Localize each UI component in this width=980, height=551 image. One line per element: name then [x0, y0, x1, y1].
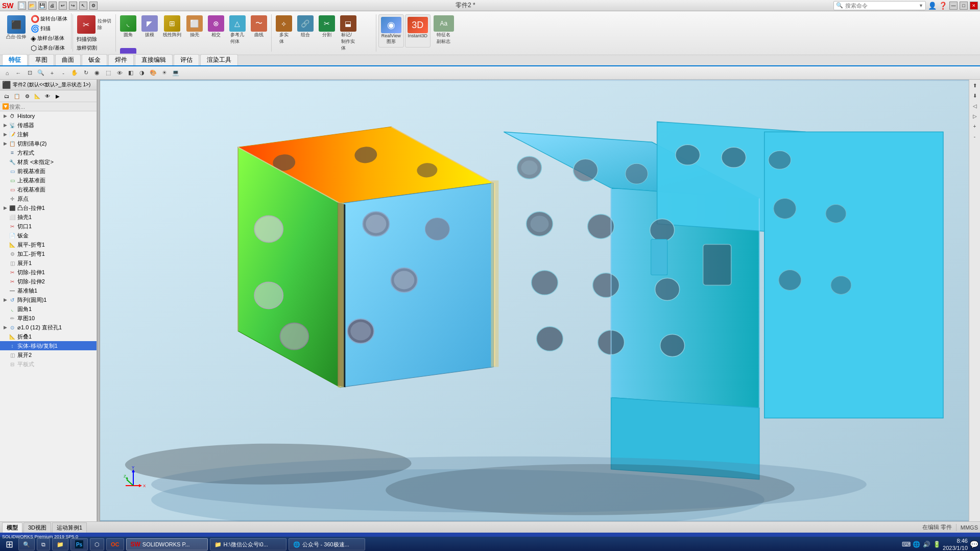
- property-manager-btn[interactable]: 📋: [12, 91, 21, 101]
- expand-history[interactable]: ▶: [2, 113, 8, 119]
- scene-btn[interactable]: ☀: [159, 68, 170, 78]
- dim-xpert-btn[interactable]: 📐: [33, 91, 42, 101]
- tab-motion1[interactable]: 运动算例1: [52, 522, 87, 533]
- tab-sketch[interactable]: 草图: [29, 54, 54, 65]
- search-box[interactable]: 🔍 ▼: [833, 1, 926, 10]
- tree-item-shell1[interactable]: ▶ ⬜ 抽壳1: [0, 212, 97, 222]
- search-dropdown-icon[interactable]: ▼: [919, 3, 923, 8]
- indent-btn[interactable]: ⬓ 标记/制作实体: [338, 14, 358, 53]
- rp-btn4[interactable]: ▷: [970, 111, 979, 121]
- tree-item-history[interactable]: ▶ ⏱ History: [0, 111, 97, 121]
- tree-item-fillet1[interactable]: ▶ ◟ 圆角1: [0, 304, 97, 314]
- viewport[interactable]: Y X Z: [100, 80, 969, 521]
- tab-surface[interactable]: 曲面: [55, 54, 81, 65]
- prev-view-btn[interactable]: ←: [13, 68, 23, 78]
- tree-item-front[interactable]: ▶ ▭ 前视基准面: [0, 166, 97, 176]
- taskbar-app-photoshop[interactable]: Ps: [70, 538, 88, 550]
- intersect-btn[interactable]: ⊗ 相交: [206, 14, 226, 46]
- taskbar-app-cortana[interactable]: 🔍: [18, 538, 35, 550]
- 3d-select-btn[interactable]: ◉: [92, 68, 102, 78]
- display-settings-btn[interactable]: 💻: [171, 68, 181, 78]
- display-style-btn[interactable]: ⬚: [103, 68, 113, 78]
- pan-btn[interactable]: ✋: [69, 68, 80, 78]
- tree-item-top[interactable]: ▶ ▭ 上视基准面: [0, 176, 97, 185]
- ref-geom-btn[interactable]: △ 参考几何体: [227, 14, 248, 46]
- close-btn[interactable]: ✕: [970, 2, 978, 10]
- tree-item-process1[interactable]: ▶ ⚙ 加工-折弯1: [0, 249, 97, 258]
- loft-cut-btn[interactable]: 放样切割: [75, 44, 113, 52]
- expand-holearray[interactable]: ▶: [2, 324, 8, 330]
- sweep-btn[interactable]: 🌀扫描: [29, 24, 69, 33]
- tab-render[interactable]: 渲染工具: [200, 54, 238, 65]
- tree-item-annotations[interactable]: ▶ 📝 注解: [0, 130, 97, 139]
- tree-item-axis1[interactable]: ▶ — 基准轴1: [0, 286, 97, 295]
- rotate-btn[interactable]: ↻: [81, 68, 91, 78]
- loft-btn[interactable]: ◈放样台/基体: [29, 34, 69, 43]
- rp-btn6[interactable]: -: [970, 132, 979, 141]
- open-btn[interactable]: 📂: [28, 2, 36, 10]
- boundary-btn[interactable]: ⬡边界台/基体: [29, 43, 69, 53]
- instant3d-btn[interactable]: 3D Instant3D: [405, 14, 431, 47]
- expand-boss1[interactable]: ▶: [2, 205, 8, 211]
- tree-item-sketch10[interactable]: ▶ ✏ 草图10: [0, 314, 97, 323]
- boundary-cut-btn[interactable]: 边界切割: [75, 53, 113, 54]
- tab-evaluate[interactable]: 评估: [174, 54, 199, 65]
- redo-btn[interactable]: ↪: [69, 2, 77, 10]
- tree-item-right[interactable]: ▶ ▭ 右视基准面: [0, 185, 97, 194]
- deform-btn[interactable]: ⟡ 多实体: [274, 14, 294, 53]
- options-btn[interactable]: ⚙: [89, 2, 98, 10]
- wrap-btn[interactable]: ⊙ 包覆: [118, 47, 138, 54]
- dynamic-annot-btn[interactable]: ◑: [137, 68, 147, 78]
- boss-extrude-btn[interactable]: ⬛ 凸台-拉伸: [4, 14, 28, 41]
- zoom-in-btn[interactable]: +: [47, 68, 57, 78]
- volume-icon[interactable]: 🔊: [922, 540, 930, 548]
- sidebar-expand-btn[interactable]: ▶: [53, 91, 62, 101]
- taskbar-app-misc[interactable]: ⬡: [90, 538, 104, 550]
- tree-item-solidmove[interactable]: ▶ ↕ 实体-移动/复制1: [0, 341, 97, 350]
- tree-filter-input[interactable]: [9, 104, 94, 110]
- battery-icon[interactable]: 🔋: [933, 540, 941, 548]
- zoom-select-btn[interactable]: 🔍: [36, 68, 46, 78]
- tree-item-cutboss2[interactable]: ▶ ✂ 切除-拉伸2: [0, 277, 97, 286]
- featname-btn[interactable]: Aa 特征名副标志: [432, 14, 456, 47]
- tab-features[interactable]: 特征: [2, 54, 28, 65]
- tree-item-open2[interactable]: ▶ ◫ 展开2: [0, 350, 97, 360]
- tree-item-fold1[interactable]: ▶ 📐 折叠1: [0, 332, 97, 341]
- expand-bom[interactable]: ▶: [2, 140, 8, 147]
- revolve-btn[interactable]: ⭕旋转台/基体: [29, 14, 69, 23]
- tree-item-flatten2[interactable]: ▶ ⊟ 平板式: [0, 360, 97, 369]
- save-btn[interactable]: 💾: [38, 2, 46, 10]
- minimize-btn[interactable]: —: [949, 2, 958, 10]
- start-button[interactable]: ⊞: [2, 538, 16, 551]
- tab-sheetmetal[interactable]: 钣金: [82, 54, 107, 65]
- tree-item-material[interactable]: ▶ 🔧 材质 <未指定>: [0, 157, 97, 166]
- shell-btn[interactable]: ⬜ 抽壳: [184, 14, 205, 46]
- cursor-btn[interactable]: ↖: [79, 2, 87, 10]
- expand-sensors[interactable]: ▶: [2, 122, 8, 128]
- taskbar-solidworks[interactable]: SW SOLIDWORKS P...: [126, 538, 208, 550]
- tree-item-cut1[interactable]: ▶ ✂ 切口1: [0, 222, 97, 231]
- taskbar-app-explorer[interactable]: 📁: [52, 538, 68, 550]
- rp-btn1[interactable]: ⬆: [970, 81, 979, 90]
- search-input[interactable]: [845, 3, 917, 9]
- appearance-btn[interactable]: 🎨: [148, 68, 158, 78]
- taskbar-app-taskview[interactable]: ⧉: [37, 538, 50, 550]
- split-btn[interactable]: ✂ 分割: [317, 14, 337, 53]
- display-manager-btn[interactable]: 👁: [43, 91, 52, 101]
- tree-item-equations[interactable]: ▶ = 方程式: [0, 148, 97, 157]
- hide-show-btn[interactable]: 👁: [114, 68, 125, 78]
- rp-btn2[interactable]: ⬇: [970, 91, 979, 100]
- user-icon[interactable]: 👤: [928, 2, 937, 10]
- tab-model[interactable]: 模型: [2, 522, 22, 533]
- tab-weldment[interactable]: 焊件: [108, 54, 134, 65]
- section-view-btn[interactable]: ◧: [126, 68, 136, 78]
- print-btn[interactable]: 🖨: [49, 2, 57, 10]
- taskbar-browser[interactable]: 🌐 公众号 - 360极速...: [289, 538, 365, 550]
- tree-item-circarray1[interactable]: ▶ ↺ 阵列(圆周)1: [0, 295, 97, 304]
- tree-item-holearray[interactable]: ▶ ⊙ ⌀1.0 (12) 直径孔1: [0, 323, 97, 332]
- tree-item-open1[interactable]: ▶ ◫ 展开1: [0, 258, 97, 268]
- tree-item-sensors[interactable]: ▶ 📡 传感器: [0, 121, 97, 130]
- combine-btn[interactable]: 🔗 组合: [295, 14, 316, 53]
- feature-tree-icon-btn[interactable]: 🗂: [2, 91, 11, 101]
- realview-btn[interactable]: ◉ RealView图形: [378, 14, 404, 47]
